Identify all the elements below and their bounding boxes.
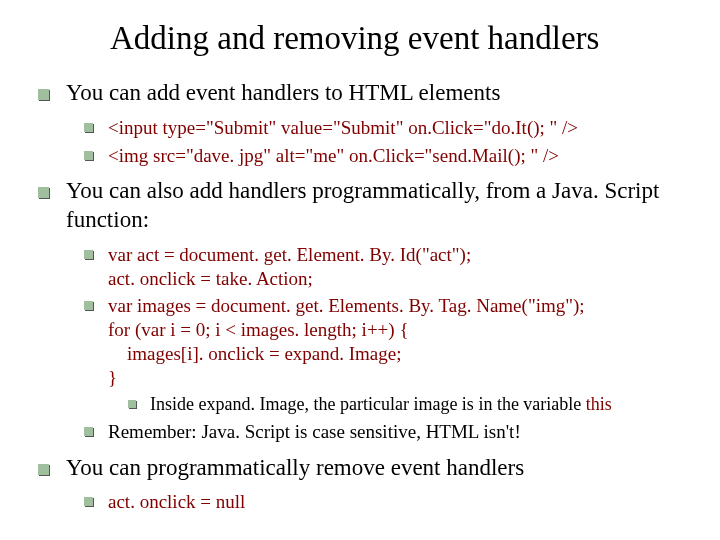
code-line-input: <input type="Submit" value="Submit" on.C… [84, 116, 690, 140]
code-block-images: var images = document. get. Elements. By… [84, 294, 690, 416]
code-text: act. onclick = null [108, 491, 245, 512]
square-bullet-icon [38, 89, 49, 100]
code-line: var images = document. get. Elements. By… [108, 294, 690, 318]
sub-list: act. onclick = null [84, 490, 690, 514]
slide: Adding and removing event handlers You c… [0, 0, 720, 540]
bullet-text: Remember: Java. Script is case sensitive… [108, 421, 521, 442]
sub-list: <input type="Submit" value="Submit" on.C… [84, 116, 690, 168]
code-line: images[i]. onclick = expand. Image; [108, 342, 690, 366]
square-bullet-icon [128, 400, 136, 408]
sub-list: var act = document. get. Element. By. Id… [84, 243, 690, 444]
code-line: } [108, 366, 690, 390]
bullet-text: You can add event handlers to HTML eleme… [66, 80, 500, 105]
bullet-add-handlers: You can add event handlers to HTML eleme… [38, 79, 690, 167]
note-case-sensitive: Remember: Java. Script is case sensitive… [84, 420, 690, 444]
code-block-act: var act = document. get. Element. By. Id… [84, 243, 690, 291]
square-bullet-icon [84, 301, 93, 310]
code-block: var act = document. get. Element. By. Id… [108, 243, 690, 291]
keyword-this: this [586, 394, 612, 414]
code-text: <input type="Submit" value="Submit" on.C… [108, 117, 578, 138]
code-line-img: <img src="dave. jpg" alt="me" on.Click="… [84, 144, 690, 168]
square-bullet-icon [84, 427, 93, 436]
bullet-list: You can add event handlers to HTML eleme… [38, 79, 690, 514]
square-bullet-icon [38, 464, 49, 475]
bullet-programmatic-add: You can also add handlers programmatical… [38, 177, 690, 443]
sub-sub-list: Inside expand. Image, the particular ima… [128, 393, 690, 416]
square-bullet-icon [84, 151, 93, 160]
square-bullet-icon [84, 123, 93, 132]
square-bullet-icon [84, 250, 93, 259]
code-text: <img src="dave. jpg" alt="me" on.Click="… [108, 145, 559, 166]
note-text: Inside expand. Image, the particular ima… [150, 394, 586, 414]
code-line: var act = document. get. Element. By. Id… [108, 243, 690, 267]
bullet-text: You can also add handlers programmatical… [66, 178, 659, 232]
code-line: act. onclick = take. Action; [108, 267, 690, 291]
bullet-remove-handlers: You can programmatically remove event ha… [38, 454, 690, 515]
code-line-remove: act. onclick = null [84, 490, 690, 514]
square-bullet-icon [38, 187, 49, 198]
slide-title: Adding and removing event handlers [110, 20, 690, 57]
code-line: for (var i = 0; i < images. length; i++)… [108, 318, 690, 342]
note-this-variable: Inside expand. Image, the particular ima… [128, 393, 690, 416]
bullet-text: You can programmatically remove event ha… [66, 455, 524, 480]
square-bullet-icon [84, 497, 93, 506]
code-block: var images = document. get. Elements. By… [108, 294, 690, 389]
